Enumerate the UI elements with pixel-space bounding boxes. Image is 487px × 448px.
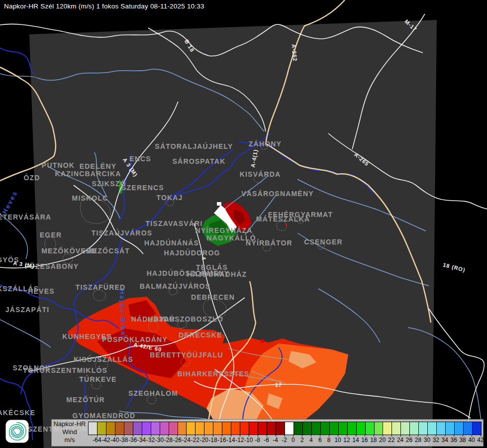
road-label: 18 (RO) — [442, 262, 466, 273]
legend-color-cell — [320, 422, 329, 435]
legend-field-name: Wind — [52, 428, 88, 436]
legend-tick-value: -12 — [235, 437, 244, 444]
legend-tick-value: -34 — [137, 437, 146, 444]
legend-color-cell — [311, 422, 320, 435]
legend-color-cell — [133, 422, 142, 435]
city-label: EGER — [40, 231, 62, 239]
city-label: MEZŐCSÁT — [86, 247, 130, 255]
legend-color-cell — [276, 422, 285, 435]
county-label: Heves — [0, 189, 19, 215]
legend-color-cell — [454, 422, 463, 435]
legend-color-cell — [445, 422, 454, 435]
legend-color-cell — [267, 422, 276, 435]
legend-color-cell — [391, 422, 400, 435]
weather-map-screen: ÓZDPUTNOKEDELÉNYKAZINCBARCIKASZIKSZÓENCS… — [0, 0, 487, 448]
legend-tick-value: -36 — [128, 437, 137, 444]
legend-tick-value: 34 — [442, 437, 448, 444]
legend-tick-value: -30 — [155, 437, 164, 444]
legend-color-cell — [293, 422, 302, 435]
county-label: Hajdú-Bihar — [118, 289, 128, 340]
legend-color-cell — [418, 422, 427, 435]
legend-tick-value: 18 — [370, 437, 377, 444]
legend-color-cell — [249, 422, 258, 435]
legend-tick-value: -24 — [182, 437, 191, 444]
legend-tick-value: -8 — [255, 437, 260, 444]
road-label: 17 — [275, 382, 282, 388]
legend-tick-value: 32 — [433, 437, 439, 444]
legend-tick-value: 16 — [361, 437, 368, 444]
city-label: ÓZD — [23, 174, 40, 182]
city-label: PUTNOK — [42, 161, 75, 169]
legend-tick-value: 36 — [451, 437, 457, 444]
road-label: A-265 — [353, 151, 371, 167]
city-label: ZÁHONY — [249, 140, 282, 148]
legend-tick-value: 6 — [318, 437, 322, 444]
road-label: B 18 — [184, 38, 196, 53]
legend-tick-value: -28 — [164, 437, 173, 444]
legend-tick-value: 28 — [415, 437, 421, 444]
city-label: VÁSÁROSNAMÉNY — [241, 190, 314, 198]
legend-tick-value: -4 — [273, 437, 278, 444]
legend-color-cell — [151, 422, 160, 435]
legend-color-cell — [89, 422, 97, 435]
legend-color-cell — [115, 422, 124, 435]
legend-tick-value: -38 — [119, 437, 128, 444]
road-label: A 3 (M) — [13, 260, 35, 269]
road-label: M-17 — [403, 18, 418, 32]
city-label: HAJDÚDOROG — [164, 249, 220, 257]
legend-unit: m/s — [52, 436, 88, 444]
legend-tick-value: 20 — [379, 437, 386, 444]
legend-color-cell — [240, 422, 249, 435]
legend-color-cell — [142, 422, 151, 435]
legend-tick-value: -14 — [226, 437, 235, 444]
city-label: TÖRÖKSZENTMIKLÓS — [23, 366, 107, 374]
legend-color-cell — [400, 422, 409, 435]
legend-colorbar — [88, 422, 482, 435]
city-label: SÁTORALJAÚJHELY — [155, 142, 233, 150]
legend-tick-row: -64-42-40-38-36-34-32-30-28-26-24-22-20-… — [88, 435, 482, 446]
map-title: Napkor-HR Szél 120km (m/s) 1 fokos Satur… — [4, 2, 204, 10]
legend-tick-value: -18 — [208, 437, 217, 444]
city-label: JÁSZAPÁTI — [5, 306, 50, 314]
city-label: HAJDÚNÁNÁS — [144, 239, 199, 247]
city-label: KAZINCBARCIKA — [55, 170, 121, 178]
road-label: 4 — [201, 256, 207, 260]
legend-tick-value: 42 — [477, 437, 484, 444]
legend-color-cell — [338, 422, 347, 435]
city-label: TÉGLÁS — [196, 263, 228, 271]
legend-color-cell — [365, 422, 374, 435]
city-label: HAJDÚSZOBOSZLÓ — [148, 315, 223, 323]
legend-tick-value: 14 — [352, 437, 359, 444]
legend-color-cell — [329, 422, 338, 435]
city-label: MISKOLC — [72, 194, 108, 202]
legend-color-cell — [169, 422, 178, 435]
city-label: NYÍREGYHÁZA — [195, 226, 252, 234]
legend-color-cell — [409, 422, 418, 435]
legend-color-cell — [472, 422, 481, 435]
city-label: HAJDÚHADHÁZ — [187, 270, 247, 278]
city-label: MEZŐTÚR — [66, 396, 105, 404]
legend-tick-value: 40 — [468, 437, 475, 444]
legend-tick-value: -22 — [191, 437, 199, 444]
legend-color-cell — [160, 422, 169, 435]
legend-color-cell — [356, 422, 365, 435]
legend-color-cell — [347, 422, 356, 435]
legend-color-cell — [427, 422, 436, 435]
legend-color-cell — [178, 422, 187, 435]
city-label: EDELÉNY — [80, 162, 117, 170]
legend-tick-value: 0 — [292, 437, 295, 444]
city-label: SÁROSPATAK — [173, 157, 226, 165]
spiral-logo-icon — [5, 420, 29, 443]
legend-tick-value: 22 — [388, 437, 394, 444]
legend-tick-value: 26 — [406, 437, 412, 444]
legend-tick-value: -2 — [282, 437, 287, 444]
legend-tick-value: -20 — [199, 437, 208, 444]
legend-color-cell — [436, 422, 445, 435]
city-label: SZEGHALOM — [128, 389, 178, 397]
legend-color-cell — [213, 422, 222, 435]
legend-tick-value: 8 — [327, 437, 331, 444]
legend-tick-value: 2 — [300, 437, 304, 444]
city-label: TÚRKEVE — [79, 375, 116, 383]
legend-tick-value: -6 — [264, 437, 269, 444]
legend-color-cell — [204, 422, 213, 435]
